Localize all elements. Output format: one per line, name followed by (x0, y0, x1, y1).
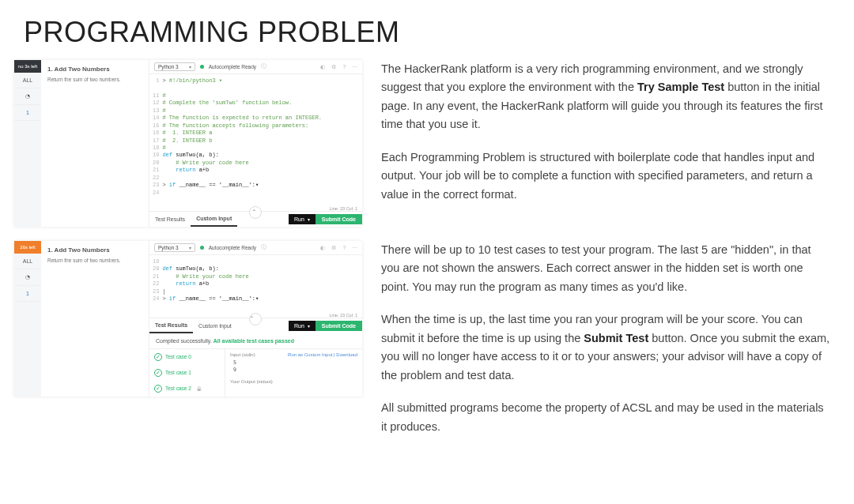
nav-sidebar: 26s left ALL ◔ 1 (14, 241, 41, 397)
settings-icon[interactable]: ⚙ (331, 245, 336, 251)
help-icon[interactable]: ? (342, 245, 346, 251)
test-case-list: Test case 0 Test case 1 Test case 2 (149, 349, 225, 397)
sidebar-problem-1[interactable]: 1 (14, 286, 41, 302)
submit-test-bold: Submit Test (584, 332, 648, 344)
problem-title: 1. Add Two Numbers (47, 66, 142, 73)
tab-custom-input[interactable]: Custom Input (191, 212, 237, 227)
collapse-caret-icon[interactable]: ⌃ (249, 315, 255, 322)
gutter: 1 11 12 13 14 15 16 17 18 19 20 21 22 23… (149, 77, 162, 197)
stdin-values: 5 9 (230, 359, 357, 373)
autocomplete-help-icon[interactable]: ⓘ (261, 63, 266, 70)
hackerrank-editor-screenshot-2: 26s left ALL ◔ 1 1. Add Two Numbers Retu… (14, 241, 362, 397)
body-text-2: There will be up to 10 test cases to tes… (381, 241, 830, 450)
sidebar-problem-1[interactable]: 1 (14, 105, 41, 121)
hackerrank-editor-screenshot-1: no 3s left ALL ◔ 1 1. Add Two Numbers Re… (14, 60, 362, 227)
paragraph-1: The HackerRank platform is a very rich p… (381, 60, 830, 134)
test-case-1[interactable]: Test case 1 (149, 365, 225, 381)
body-text-1: The HackerRank platform is a very rich p… (381, 60, 830, 218)
io-actions-link[interactable]: Run as Custom Input | Download (288, 352, 357, 357)
editor-status-text: Line: 23 Col: 1 (330, 205, 362, 211)
stdout-label: Your Output (stdout) (230, 379, 357, 384)
section-2: 26s left ALL ◔ 1 1. Add Two Numbers Retu… (0, 230, 854, 453)
language-select[interactable]: Python 3 (154, 243, 195, 252)
screenshot-1-container: no 3s left ALL ◔ 1 1. Add Two Numbers Re… (14, 60, 362, 227)
paragraph-5: All submitted programs become the proper… (381, 399, 830, 436)
problem-prompt: Return the sum of two numbers. (47, 77, 142, 82)
compile-result: All available test cases passed (214, 338, 294, 344)
tab-test-results[interactable]: Test Results (149, 318, 193, 333)
run-button[interactable]: Run (289, 321, 316, 331)
editor-panel: Python 3 Autocomplete Ready ⓘ ◐ ⚙ ? ⋯ 19… (149, 241, 362, 397)
timer-badge: no 3s left (14, 60, 41, 73)
help-icon[interactable]: ? (342, 64, 346, 70)
page-title: PROGRAMMING PROBLEM (0, 0, 854, 49)
test-case-2[interactable]: Test case 2 (149, 381, 225, 397)
tab-custom-input[interactable]: Custom Input (193, 319, 237, 333)
code-text: def sumTwo(a, b): # Write your code here… (162, 258, 259, 303)
problem-panel: 1. Add Two Numbers Return the sum of two… (41, 60, 149, 227)
gutter: 19 20 21 22 23 24 (149, 258, 162, 303)
run-button[interactable]: Run (289, 214, 316, 224)
test-case-panel: Test case 0 Test case 1 Test case 2 Inpu… (149, 349, 362, 397)
timer-badge: 26s left (14, 241, 41, 254)
language-select[interactable]: Python 3 (154, 62, 195, 71)
settings-icon[interactable]: ⚙ (331, 64, 336, 70)
problem-panel: 1. Add Two Numbers Return the sum of two… (41, 241, 149, 397)
code-area[interactable]: 1 11 12 13 14 15 16 17 18 19 20 21 22 23… (149, 74, 362, 205)
autocomplete-status: Autocomplete Ready (209, 245, 256, 250)
section-1: no 3s left ALL ◔ 1 1. Add Two Numbers Re… (0, 49, 854, 230)
sidebar-all[interactable]: ALL (14, 254, 41, 269)
screenshot-2-container: 26s left ALL ◔ 1 1. Add Two Numbers Retu… (14, 241, 362, 397)
action-bar: Test Results Custom Input ⌃ Run Submit C… (149, 318, 362, 333)
io-panel: Input (stdin) Run as Custom Input | Down… (225, 349, 362, 397)
paragraph-2: Each Programming Problem is structured w… (381, 149, 830, 204)
code-area[interactable]: 19 20 21 22 23 24 def sumTwo(a, b): # Wr… (149, 255, 362, 311)
theme-toggle-icon[interactable]: ◐ (320, 64, 325, 70)
compile-status: Compiled successfully. All available tes… (149, 333, 362, 349)
paragraph-3: There will be up to 10 test cases to tes… (381, 241, 830, 296)
autocomplete-dot-icon (200, 65, 204, 69)
editor-toolbar: Python 3 Autocomplete Ready ⓘ ◐ ⚙ ? ⋯ (149, 60, 362, 74)
sidebar-clock-icon: ◔ (14, 269, 41, 286)
editor-panel: Python 3 Autocomplete Ready ⓘ ◐ ⚙ ? ⋯ 1 … (149, 60, 362, 227)
autocomplete-help-icon[interactable]: ⓘ (261, 244, 266, 251)
try-sample-test-bold: Try Sample Test (637, 81, 724, 93)
problem-prompt: Return the sum of two numbers. (47, 258, 142, 263)
test-case-0[interactable]: Test case 0 (149, 349, 225, 365)
collapse-caret-icon[interactable]: ⌃ (251, 209, 257, 216)
autocomplete-dot-icon (200, 246, 204, 250)
theme-toggle-icon[interactable]: ◐ (320, 245, 325, 251)
autocomplete-status: Autocomplete Ready (209, 64, 256, 70)
more-icon[interactable]: ⋯ (352, 64, 357, 70)
editor-status-text: Line: 23 Col: 1 (330, 311, 362, 318)
editor-toolbar: Python 3 Autocomplete Ready ⓘ ◐ ⚙ ? ⋯ (149, 241, 362, 255)
stdin-label: Input (stdin) (230, 352, 255, 357)
paragraph-4: When the time is up, the last time you r… (381, 310, 830, 385)
action-bar: Test Results Custom Input ⌃ Run Submit C… (149, 211, 362, 227)
sidebar-all[interactable]: ALL (14, 73, 41, 88)
more-icon[interactable]: ⋯ (352, 245, 357, 251)
sidebar-clock-icon: ◔ (14, 88, 41, 105)
problem-title: 1. Add Two Numbers (47, 246, 142, 254)
submit-code-button[interactable]: Submit Code (316, 321, 362, 331)
nav-sidebar: no 3s left ALL ◔ 1 (14, 60, 41, 227)
submit-code-button[interactable]: Submit Code (316, 214, 362, 224)
tab-test-results[interactable]: Test Results (149, 213, 191, 226)
code-text: > #!/bin/python3 ▾ # # Complete the 'sum… (162, 77, 322, 197)
